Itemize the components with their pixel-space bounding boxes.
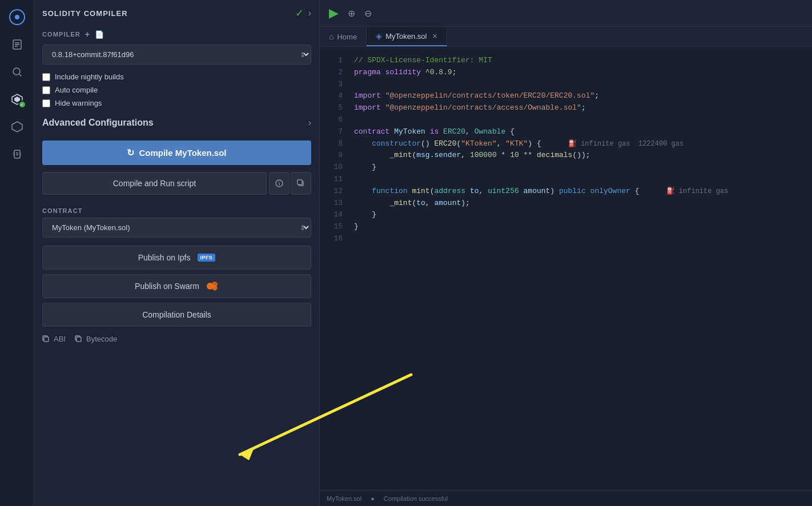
compile-run-button[interactable]: Compile and Run script <box>42 172 267 195</box>
remix-logo-icon[interactable] <box>5 5 30 30</box>
panel-header-icons: ✓ › <box>295 7 311 19</box>
add-file-icon[interactable]: + <box>85 30 90 39</box>
editor-panel: ▶ ⊕ ⊖ ⌂ Home ◈ MyToken.sol × 1 2 3 4 5 6… <box>320 0 812 506</box>
mytoken-tab-label: MyToken.sol <box>385 32 427 41</box>
compile-run-icon-group: i <box>269 172 311 195</box>
code-editor: 1 2 3 4 5 6 7 8 9 10 11 12 13 14 15 16 /… <box>320 47 812 490</box>
svg-rect-29 <box>77 337 81 342</box>
mytoken-tab[interactable]: ◈ MyToken.sol × <box>367 27 447 46</box>
run-button[interactable]: ▶ <box>327 3 341 23</box>
svg-marker-11 <box>12 122 22 132</box>
compiler-nav-icon[interactable]: ✓ <box>5 87 30 112</box>
forward-icon[interactable]: › <box>308 8 311 18</box>
status-file: MyToken.sol <box>327 495 361 502</box>
home-tab-icon: ⌂ <box>329 32 333 41</box>
file-icon[interactable]: 📄 <box>95 30 104 39</box>
contract-select-wrapper: MyToken (MyToken.sol) <box>42 218 311 238</box>
editor-tabs: ⌂ Home ◈ MyToken.sol × <box>320 27 812 47</box>
svg-point-25 <box>212 286 217 291</box>
compiler-version-select-wrapper: 0.8.18+commit.87f61d96 <box>42 45 311 65</box>
auto-compile-label: Auto compile <box>55 86 98 94</box>
status-dot: ● <box>371 495 375 502</box>
advanced-configurations-section[interactable]: Advanced Configurations › <box>34 110 319 136</box>
check-icon: ✓ <box>295 7 304 19</box>
debug-nav-icon[interactable] <box>5 142 30 167</box>
zoom-out-button[interactable]: ⊖ <box>362 6 374 21</box>
publish-swarm-button[interactable]: Publish on Swarm <box>42 274 311 298</box>
zoom-in-button[interactable]: ⊕ <box>345 6 357 21</box>
nightly-builds-label: Include nightly builds <box>55 73 124 81</box>
tab-close-button[interactable]: × <box>432 31 437 41</box>
compiler-badge: ✓ <box>18 101 26 109</box>
compile-button[interactable]: ↻ Compile MyToken.sol <box>42 140 311 165</box>
deploy-nav-icon[interactable] <box>5 114 30 139</box>
compilation-details-label: Compilation Details <box>142 310 211 319</box>
bytecode-button[interactable]: Bytecode <box>75 335 117 343</box>
swarm-badge-icon <box>206 282 219 291</box>
hide-warnings-checkbox[interactable] <box>42 99 50 107</box>
contract-section: CONTRACT MyToken (MyToken.sol) <box>34 203 319 243</box>
compiler-version-wrapper: 0.8.18+commit.87f61d96 <box>34 41 319 70</box>
advanced-arrow-icon: › <box>308 118 311 128</box>
svg-rect-12 <box>14 150 20 158</box>
publish-ipfs-button[interactable]: Publish on Ipfs IPFS <box>42 246 311 270</box>
abi-button[interactable]: ABI <box>42 335 66 343</box>
copy-icon-button[interactable] <box>291 172 311 195</box>
files-nav-icon[interactable] <box>5 32 30 57</box>
compiler-panel: SOLIDITY COMPILER ✓ › COMPILER + 📄 0.8.1… <box>34 0 320 506</box>
status-bar: MyToken.sol ● Compilation successful <box>320 490 812 506</box>
home-tab[interactable]: ⌂ Home <box>320 27 367 46</box>
hide-warnings-label: Hide warnings <box>55 99 102 107</box>
publish-ipfs-label: Publish on Ipfs <box>138 253 191 262</box>
compiler-version-select[interactable]: 0.8.18+commit.87f61d96 <box>42 45 311 65</box>
compiler-section-label: COMPILER + 📄 <box>34 25 319 41</box>
refresh-icon: ↻ <box>127 147 134 158</box>
nightly-builds-checkbox[interactable] <box>42 73 50 81</box>
line-numbers: 1 2 3 4 5 6 7 8 9 10 11 12 13 14 15 16 <box>320 47 347 490</box>
icon-rail: ✓ <box>0 0 34 506</box>
abi-bytecode-row: ABI Bytecode <box>34 329 319 349</box>
bytecode-label: Bytecode <box>86 335 117 343</box>
svg-line-8 <box>19 74 21 77</box>
file-tab-icon: ◈ <box>376 31 382 41</box>
code-content[interactable]: // SPDX-License-Identifier: MIT pragma s… <box>347 47 812 490</box>
compile-button-label: Compile MyToken.sol <box>139 148 226 158</box>
contract-select[interactable]: MyToken (MyToken.sol) <box>42 218 311 238</box>
panel-title: SOLIDITY COMPILER <box>42 9 128 18</box>
auto-compile-checkbox[interactable] <box>42 86 50 94</box>
info-icon-button[interactable]: i <box>269 172 290 195</box>
ipfs-badge: IPFS <box>198 254 216 262</box>
status-compilation: Compilation successful <box>384 495 448 502</box>
svg-rect-22 <box>298 180 302 184</box>
svg-text:i: i <box>279 181 280 187</box>
nightly-builds-row: Include nightly builds <box>34 70 319 83</box>
auto-compile-row: Auto compile <box>34 83 319 97</box>
home-tab-label: Home <box>337 33 357 41</box>
svg-point-2 <box>15 15 19 19</box>
hide-warnings-row: Hide warnings <box>34 97 319 110</box>
search-nav-icon[interactable] <box>5 59 30 85</box>
panel-header: SOLIDITY COMPILER ✓ › <box>34 0 319 25</box>
abi-label: ABI <box>54 335 66 343</box>
compile-run-wrap: Compile and Run script i <box>42 172 311 195</box>
editor-toolbar: ▶ ⊕ ⊖ <box>320 0 812 27</box>
contract-section-label: CONTRACT <box>42 207 311 218</box>
advanced-configurations-label: Advanced Configurations <box>42 118 154 128</box>
svg-rect-27 <box>44 337 49 342</box>
publish-swarm-label: Publish on Swarm <box>135 282 199 291</box>
compilation-details-button[interactable]: Compilation Details <box>42 303 311 327</box>
